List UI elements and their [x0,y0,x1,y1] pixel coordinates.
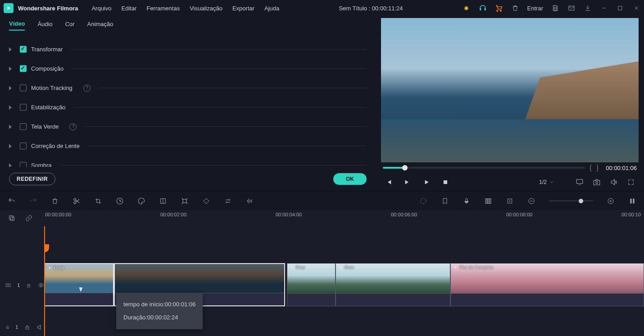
cut-icon[interactable] [72,197,81,206]
motion-track-icon[interactable] [180,197,189,206]
volume-icon[interactable] [610,178,618,186]
expand-icon[interactable] [9,67,12,71]
play-button[interactable] [422,178,431,186]
tab-video[interactable]: Vídeo [9,20,25,31]
download-icon[interactable] [584,4,592,12]
close-button[interactable] [632,4,640,12]
zoom-in-icon[interactable] [606,197,615,206]
idea-icon[interactable]: ✺ [463,4,471,12]
video-track-header[interactable]: 1 [0,263,44,307]
audio-mixer-icon[interactable] [245,197,254,206]
render-icon[interactable] [419,197,428,206]
menu-help[interactable]: Ajuda [264,5,279,12]
expand-icon[interactable] [9,125,12,129]
duplicate-track-icon[interactable] [7,214,16,223]
clip-ilhas-2[interactable]: Ilhas [336,263,451,306]
menu-edit[interactable]: Editar [121,5,136,12]
checkbox-shadow[interactable] [20,162,27,167]
link-icon[interactable] [24,214,33,223]
checkbox-green[interactable] [20,123,27,130]
color-icon[interactable] [137,197,146,206]
reset-button[interactable]: REDEFINIR [9,173,55,185]
menu-tools[interactable]: Ferramentas [146,5,180,12]
headphones-icon[interactable] [479,4,487,12]
clip-flor-cerejeira[interactable]: Flor de Cerejeira [450,263,644,306]
keyframe-icon[interactable] [202,197,211,206]
marker-icon[interactable] [440,197,449,206]
fullscreen-icon[interactable] [627,178,635,186]
clip-ilhas-1[interactable]: Ilhas [287,263,336,306]
zoom-handle[interactable] [579,199,583,203]
playhead[interactable] [44,226,45,336]
undo-icon[interactable] [7,197,16,206]
mark-in-icon[interactable]: { [590,164,592,172]
checkbox-compose[interactable] [20,65,27,72]
settings-icon[interactable] [223,197,232,206]
snap-icon[interactable] [505,197,514,206]
trash-icon[interactable] [511,4,519,12]
menu-file[interactable]: Arquivo [91,5,111,12]
login-button[interactable]: Entrar [527,5,543,12]
zoom-slider[interactable] [549,200,594,202]
scrub-handle[interactable] [402,165,408,170]
playhead-flag[interactable] [44,244,49,252]
prop-stabilization[interactable]: Estabilização [9,98,367,117]
timeline-canvas[interactable]: Praia Ilhas Ilhas [44,226,644,336]
visibility-icon[interactable] [38,282,44,289]
lock-icon[interactable] [24,324,30,330]
preview-page[interactable]: 1/2 [539,179,554,185]
help-icon[interactable]: ? [69,123,77,130]
help-icon[interactable]: ? [83,85,91,92]
expand-icon[interactable] [9,47,12,52]
next-frame-button[interactable] [404,178,412,186]
prop-transform[interactable]: Transformar [9,40,367,59]
checkbox-lens[interactable] [20,143,27,149]
video-preview[interactable] [381,18,639,162]
prop-shadow[interactable]: Sombra [9,156,367,167]
menu-view[interactable]: Visualização [190,5,222,12]
tab-animation[interactable]: Animação [87,21,113,30]
voiceover-icon[interactable] [462,197,471,206]
tab-color[interactable]: Cor [65,21,75,30]
scrub-track[interactable] [383,167,585,169]
snapshot-icon[interactable] [593,178,601,186]
cart-icon[interactable] [495,4,503,12]
timeline-ruler[interactable]: 00:00:00:00 00:00:02:00 00:00:04:00 00:0… [44,210,644,226]
prop-compose[interactable]: Composição [9,59,367,78]
minimize-button[interactable] [600,4,608,12]
mute-icon[interactable] [36,324,43,331]
lock-icon[interactable] [26,282,31,288]
checkbox-motion[interactable] [20,85,27,91]
chevron-down-icon[interactable] [549,180,554,184]
mixer-icon[interactable] [484,197,493,206]
display-icon[interactable] [576,178,584,186]
svg-rect-10 [183,199,186,203]
delete-icon[interactable] [50,197,59,206]
redo-icon[interactable] [29,197,38,206]
prop-motion-tracking[interactable]: Motion Tracking ? [9,78,367,98]
maximize-button[interactable] [616,4,624,12]
ok-button[interactable]: OK [333,173,367,185]
save-icon[interactable] [551,4,559,12]
mark-out-icon[interactable]: } [596,164,599,172]
fit-timeline-icon[interactable] [628,197,637,206]
mail-icon[interactable] [567,4,576,12]
expand-icon[interactable] [9,163,12,167]
expand-icon[interactable] [9,105,12,110]
prev-frame-button[interactable] [385,178,393,186]
prop-lens-correction[interactable]: Correção de Lente [9,136,367,156]
zoom-out-icon[interactable] [527,197,536,206]
expand-icon[interactable] [9,144,12,148]
green-screen-icon[interactable] [159,197,168,206]
expand-icon[interactable] [9,86,12,90]
checkbox-stab[interactable] [20,104,27,111]
tab-audio[interactable]: Áudio [37,21,52,30]
stop-button[interactable] [441,178,449,186]
clip-praia[interactable]: Praia [44,263,114,306]
crop-icon[interactable] [94,197,103,206]
checkbox-transform[interactable] [20,46,27,53]
audio-track-header[interactable]: ♫ 1 [0,318,44,336]
menu-export[interactable]: Exportar [232,5,254,12]
speed-icon[interactable] [115,197,124,206]
prop-green-screen[interactable]: Tela Verde ? [9,117,367,136]
